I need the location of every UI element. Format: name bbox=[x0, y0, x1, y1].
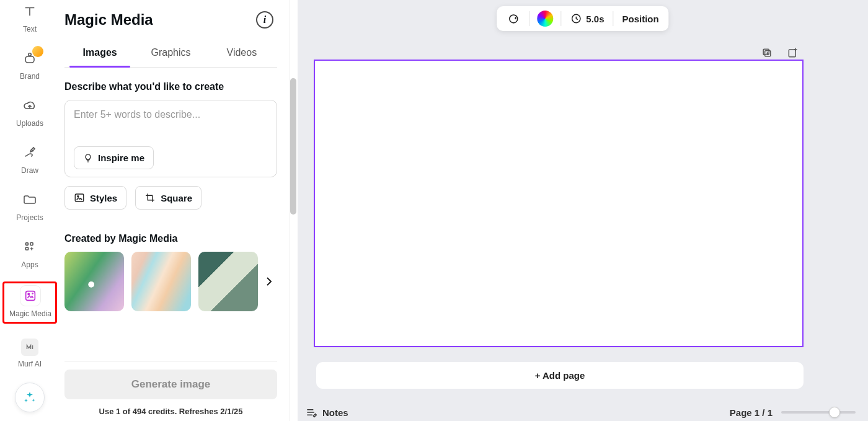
premium-badge-icon bbox=[32, 46, 43, 57]
prompt-heading: Describe what you'd like to create bbox=[64, 81, 277, 92]
cloud-upload-icon bbox=[20, 95, 40, 115]
canvas-toolbar: 5.0s Position bbox=[497, 6, 668, 31]
rail-label: Draw bbox=[21, 166, 38, 175]
inspire-label: Inspire me bbox=[98, 153, 144, 163]
gallery-heading: Created by Magic Media bbox=[64, 233, 277, 244]
page-indicator: Page 1 / 1 bbox=[730, 407, 773, 418]
zoom-slider[interactable] bbox=[781, 411, 856, 414]
add-page-button[interactable]: + Add page bbox=[316, 362, 804, 389]
generated-gallery bbox=[64, 252, 277, 311]
notes-button[interactable]: Notes bbox=[305, 406, 348, 419]
duration-value: 5.0s bbox=[586, 14, 604, 24]
position-button[interactable]: Position bbox=[621, 11, 660, 27]
rail-item-projects[interactable]: Projects bbox=[5, 190, 55, 222]
duplicate-page-button[interactable] bbox=[760, 46, 774, 60]
toolbar-separator bbox=[529, 11, 529, 26]
svg-point-9 bbox=[510, 15, 518, 23]
draw-icon bbox=[20, 143, 40, 162]
tab-images[interactable]: Images bbox=[64, 41, 135, 67]
add-page-icon-button[interactable] bbox=[786, 46, 800, 60]
color-picker-button[interactable] bbox=[537, 11, 553, 27]
svg-point-2 bbox=[25, 242, 28, 245]
text-icon bbox=[20, 1, 40, 21]
clock-icon bbox=[570, 12, 582, 25]
magic-media-panel: Magic Media i Images Graphics Videos Des… bbox=[60, 0, 290, 421]
crop-icon bbox=[144, 192, 156, 203]
rail-item-text[interactable]: Text bbox=[5, 1, 55, 33]
tab-graphics[interactable]: Graphics bbox=[135, 41, 206, 67]
rail-label: Uploads bbox=[16, 119, 43, 128]
rail-item-brand[interactable]: Brand bbox=[5, 48, 55, 81]
gallery-thumb[interactable] bbox=[198, 252, 258, 311]
svg-rect-4 bbox=[25, 247, 28, 250]
rail-label: Apps bbox=[21, 260, 38, 269]
gallery-thumb[interactable] bbox=[131, 252, 191, 311]
left-icon-rail: Text Brand Uploads Draw Project bbox=[0, 0, 60, 421]
prompt-input[interactable]: Enter 5+ words to describe... Inspire me bbox=[64, 100, 277, 177]
canvas-area: 5.0s Position + Add page Notes Page bbox=[298, 0, 868, 421]
duration-button[interactable]: 5.0s bbox=[569, 10, 605, 27]
toolbar-separator bbox=[560, 11, 561, 26]
svg-point-8 bbox=[78, 196, 79, 197]
panel-scrollbar[interactable] bbox=[290, 0, 298, 421]
svg-point-6 bbox=[28, 293, 29, 295]
svg-rect-7 bbox=[75, 194, 84, 202]
svg-rect-13 bbox=[789, 50, 795, 57]
svg-point-1 bbox=[29, 53, 31, 56]
aspect-label: Square bbox=[161, 193, 192, 203]
panel-title: Magic Media bbox=[64, 11, 153, 29]
rail-item-magic-media[interactable]: Magic Media bbox=[6, 286, 55, 318]
murf-ai-icon bbox=[21, 339, 38, 356]
magic-media-icon bbox=[20, 286, 40, 306]
rail-item-draw[interactable]: Draw bbox=[5, 143, 55, 175]
toolbar-separator bbox=[613, 11, 614, 26]
media-type-tabs: Images Graphics Videos bbox=[64, 41, 277, 68]
rail-label: Murf AI bbox=[18, 360, 42, 368]
canvas-page[interactable] bbox=[314, 60, 804, 347]
annotation-highlight: Magic Media bbox=[2, 281, 57, 324]
apps-grid-icon bbox=[20, 237, 40, 257]
styles-label: Styles bbox=[90, 193, 117, 203]
brand-icon bbox=[20, 48, 40, 68]
svg-rect-5 bbox=[26, 291, 35, 301]
rail-label: Magic Media bbox=[9, 309, 51, 318]
rail-item-uploads[interactable]: Uploads bbox=[5, 95, 55, 128]
credits-info: Use 1 of 494 credits. Refreshes 2/1/25 bbox=[99, 407, 243, 416]
folder-icon bbox=[20, 190, 40, 210]
tab-videos[interactable]: Videos bbox=[206, 41, 277, 67]
animate-button[interactable] bbox=[505, 9, 521, 28]
rail-label: Projects bbox=[16, 213, 43, 222]
lightbulb-icon bbox=[83, 153, 93, 163]
assistant-sparkle-button[interactable] bbox=[15, 383, 45, 412]
rail-label: Brand bbox=[20, 72, 40, 81]
gallery-next-button[interactable] bbox=[262, 274, 277, 289]
svg-rect-0 bbox=[25, 56, 34, 63]
gallery-thumb[interactable] bbox=[64, 252, 124, 311]
generate-button[interactable]: Generate image bbox=[64, 370, 277, 399]
rail-label: Text bbox=[23, 25, 37, 33]
prompt-placeholder: Enter 5+ words to describe... bbox=[74, 109, 268, 120]
canvas-bottom-bar: Notes Page 1 / 1 bbox=[305, 406, 856, 419]
notes-icon bbox=[305, 406, 317, 419]
inspire-me-button[interactable]: Inspire me bbox=[74, 146, 154, 169]
image-icon bbox=[74, 192, 85, 203]
styles-button[interactable]: Styles bbox=[64, 186, 126, 210]
notes-label: Notes bbox=[322, 407, 348, 418]
aspect-ratio-button[interactable]: Square bbox=[135, 186, 202, 210]
svg-rect-3 bbox=[30, 242, 33, 245]
info-button[interactable]: i bbox=[256, 11, 273, 29]
rail-item-apps[interactable]: Apps bbox=[5, 237, 55, 269]
rail-item-murf-ai[interactable]: Murf AI bbox=[5, 339, 55, 368]
